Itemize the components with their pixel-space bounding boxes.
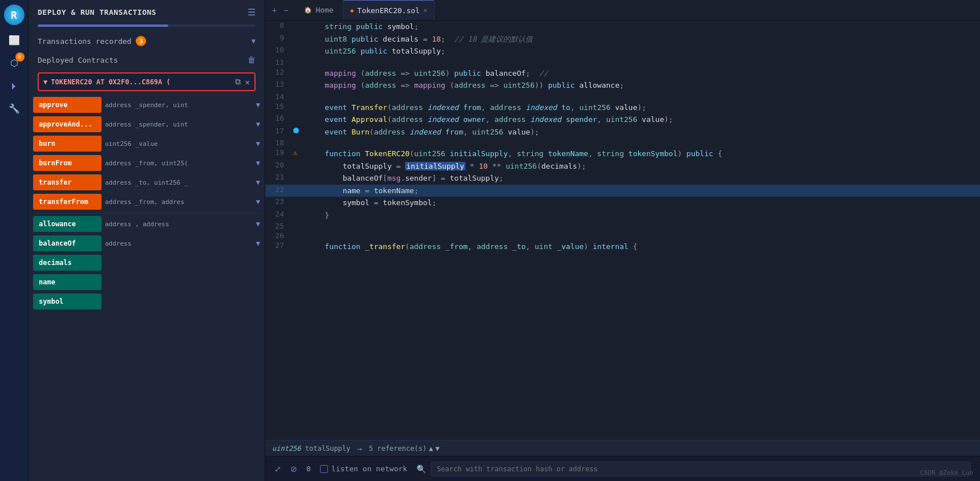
counter-area: 0: [306, 464, 311, 473]
code-line-13: 13 mapping (address => mapping (address …: [265, 79, 980, 92]
code-line-23: 23 symbol = tokenSymbol;: [265, 197, 980, 209]
ref-down-icon[interactable]: ▼: [435, 445, 439, 453]
code-editor[interactable]: 8 string public symbol; 9 uint8 public d…: [265, 21, 980, 440]
zoom-in-button[interactable]: +: [270, 5, 279, 16]
transactions-label-group: Transactions recorded 3: [38, 36, 146, 46]
trash-icon[interactable]: 🗑: [248, 55, 256, 64]
gutter-warn-19: ⚠: [293, 149, 297, 157]
hint-bar: uint256 totalSupply → 5 reference(s) ▲ ▼: [265, 440, 980, 456]
code-line-25: 25: [265, 221, 980, 231]
fn-balanceof-params: address: [105, 240, 253, 247]
contract-name-text: TOKENERC20 AT 0X2F0...C869A (: [51, 78, 171, 86]
zoom-out-button[interactable]: −: [281, 5, 290, 16]
scroll-indicator: [38, 25, 256, 27]
nav-icon-deploy[interactable]: ⬡ 6: [6, 55, 22, 71]
zoom-controls: + −: [270, 5, 290, 16]
transactions-chevron[interactable]: ▼: [252, 37, 256, 45]
fn-row-approveand: approveAnd... address _spender, uint ▼: [33, 116, 260, 132]
panel-title: DEPLOY & RUN TRANSACTIONS: [38, 8, 156, 17]
fn-row-allowance: allowance address , address ▼: [33, 216, 260, 232]
tab-tokenerc20[interactable]: ◆ TokenERC20.sol ✕: [343, 0, 435, 20]
tab-tokenerc20-label: TokenERC20.sol: [357, 6, 420, 15]
fn-row-burnfrom: burnFrom address _from, uint25( ▼: [33, 155, 260, 171]
expand-icon-button[interactable]: ⤢: [274, 464, 281, 474]
fn-approve-params: address _spender, uint: [105, 101, 253, 109]
tab-bar: + − 🏠 Home ◆ TokenERC20.sol ✕: [265, 0, 980, 21]
copy-icon[interactable]: ⧉: [235, 77, 241, 87]
fn-allowance-button[interactable]: allowance: [33, 216, 102, 232]
tab-sol-icon: ◆: [350, 7, 354, 14]
fn-row-decimals: decimals: [33, 255, 260, 271]
close-contract-icon[interactable]: ✕: [245, 78, 250, 87]
nav-icon-files[interactable]: ⬜: [6, 32, 22, 48]
deployed-contracts-label: Deployed Contracts: [38, 56, 118, 64]
scroll-thumb: [38, 25, 168, 27]
search-box: 🔍: [416, 462, 971, 476]
code-line-18: 18: [265, 138, 980, 148]
fn-row-balanceof: balanceOf address ▼: [33, 235, 260, 251]
fn-burn-button[interactable]: burn: [33, 136, 102, 152]
tab-home-icon: 🏠: [304, 6, 312, 14]
fn-row-symbol: symbol: [33, 294, 260, 309]
fn-approve-button[interactable]: approve: [33, 97, 102, 113]
panel-menu-icon[interactable]: ☰: [248, 7, 256, 18]
transactions-recorded-row[interactable]: Transactions recorded 3 ▼: [29, 31, 265, 51]
ref-count[interactable]: 5 reference(s) ▲ ▼: [369, 445, 440, 453]
code-line-10: 10 uint256 public totalSupply;: [265, 45, 980, 58]
editor-area: + − 🏠 Home ◆ TokenERC20.sol ✕ 8 string p…: [265, 0, 980, 481]
ref-up-icon[interactable]: ▲: [429, 445, 433, 453]
fn-burn-params: uint256 _value: [105, 140, 253, 148]
fn-name-button[interactable]: name: [33, 274, 102, 290]
ref-arrow-icon: →: [357, 444, 362, 453]
listen-checkbox[interactable]: [320, 465, 328, 473]
fn-symbol-button[interactable]: symbol: [33, 294, 102, 309]
code-line-11: 11: [265, 58, 980, 67]
code-content: 8 string public symbol; 9 uint8 public d…: [265, 21, 980, 253]
fn-balanceof-chevron[interactable]: ▼: [256, 239, 260, 247]
fn-transferfrom-chevron[interactable]: ▼: [256, 198, 260, 206]
code-line-14: 14: [265, 92, 980, 101]
fn-allowance-chevron[interactable]: ▼: [256, 220, 260, 228]
nav-icon-plugin[interactable]: 🔧: [6, 100, 22, 116]
fn-row-approve: approve address _spender, uint ▼: [33, 97, 260, 113]
fn-transfer-chevron[interactable]: ▼: [256, 178, 260, 186]
listen-area: listen on network: [320, 464, 407, 473]
fn-burnfrom-button[interactable]: burnFrom: [33, 155, 102, 171]
code-line-9: 9 uint8 public decimals = 18; // 18 是建议的…: [265, 33, 980, 46]
search-input[interactable]: [431, 462, 971, 476]
fn-approveand-chevron[interactable]: ▼: [256, 120, 260, 128]
code-line-26: 26: [265, 231, 980, 240]
contract-actions: ⧉ ✕: [235, 77, 250, 87]
fn-burnfrom-params: address _from, uint25(: [105, 160, 253, 167]
listen-label: listen on network: [331, 464, 407, 473]
contract-box: ▼ TOKENERC20 AT 0X2F0...C869A ( ⧉ ✕: [38, 72, 256, 91]
fn-approveand-button[interactable]: approveAnd...: [33, 116, 102, 132]
deploy-badge: 6: [15, 52, 25, 62]
transactions-count-badge: 3: [136, 36, 146, 46]
fn-balanceof-button[interactable]: balanceOf: [33, 235, 102, 251]
fn-decimals-button[interactable]: decimals: [33, 255, 102, 271]
watermark: CSDN @Zeke Luo: [920, 469, 973, 476]
panel-header: DEPLOY & RUN TRANSACTIONS ☰: [29, 0, 265, 25]
fn-burnfrom-chevron[interactable]: ▼: [256, 159, 260, 167]
code-line-22: 22 name = tokenName;: [265, 185, 980, 197]
ref-label: 5 reference(s): [369, 445, 427, 453]
clock-icon-button[interactable]: ⊘: [290, 464, 297, 474]
fn-burn-chevron[interactable]: ▼: [256, 140, 260, 148]
fn-transfer-button[interactable]: transfer: [33, 174, 102, 190]
nav-icon-debug[interactable]: ⏵: [6, 78, 22, 93]
functions-area: approve address _spender, uint ▼ approve…: [29, 95, 265, 481]
code-line-17: 17 event Burn(address indexed from, uint…: [265, 126, 980, 138]
fn-approve-chevron[interactable]: ▼: [256, 101, 260, 109]
tab-home-label: Home: [315, 6, 333, 14]
code-line-15: 15 event Transfer(address indexed from, …: [265, 101, 980, 114]
tab-home[interactable]: 🏠 Home: [297, 0, 340, 20]
code-line-16: 16 event Approval(address indexed owner,…: [265, 113, 980, 126]
fn-row-burn: burn uint256 _value ▼: [33, 136, 260, 152]
fn-transferfrom-button[interactable]: transferFrom: [33, 194, 102, 210]
code-line-24: 24 }: [265, 209, 980, 222]
code-line-8: 8 string public symbol;: [265, 21, 980, 33]
counter-value: 0: [306, 464, 311, 473]
tab-close-icon[interactable]: ✕: [423, 6, 427, 14]
contract-chevron[interactable]: ▼: [43, 78, 47, 86]
